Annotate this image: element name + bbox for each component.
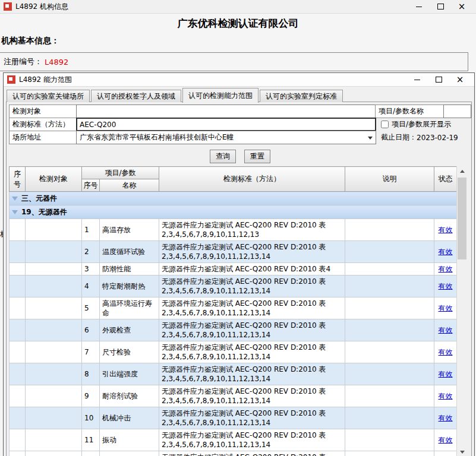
param-name-label: 项目/参数名称 — [375, 104, 444, 118]
row-param-seq: 11 — [82, 429, 100, 451]
collapse-triangle-icon[interactable] — [12, 197, 18, 201]
row-seq-empty — [10, 407, 26, 429]
row-param-name: 机械冲击 — [100, 407, 159, 429]
table-row: 2 温度循环试验 无源器件应力鉴定测试 AEC-Q200 REV D:2010 … — [10, 241, 457, 263]
standard-input[interactable] — [76, 118, 376, 131]
header-status: 状态 — [434, 167, 457, 192]
row-status-link[interactable]: 有效 — [439, 392, 453, 400]
row-object-empty — [26, 429, 82, 451]
row-status-cell: 有效 — [434, 341, 457, 363]
row-param-name: 温度循环试验 — [100, 241, 159, 263]
row-standard: 无源器件应力鉴定测试 AEC-Q200 REV D:2010 表 2,3,4,5… — [159, 407, 345, 429]
row-status-link[interactable]: 有效 — [439, 265, 453, 273]
row-param-seq: 2 — [82, 241, 100, 263]
minimize-icon — [416, 7, 422, 7]
tab-lab-criteria[interactable]: 认可的实验室判定标准 — [260, 90, 343, 102]
row-seq-empty — [10, 319, 26, 341]
query-button[interactable]: 查询 — [210, 150, 236, 163]
row-param-seq: 1 — [82, 219, 100, 241]
maximize-icon — [437, 4, 444, 10]
row-status-link[interactable]: 有效 — [439, 370, 453, 378]
tab-testing-capability[interactable]: 认可的检测能力范围 — [182, 88, 259, 103]
row-standard: 无源器件应力鉴定测试 AEC-Q200 REV D:2010 表 2,3,4,5… — [159, 276, 345, 297]
app-icon — [7, 75, 15, 84]
close-button[interactable]: × — [451, 0, 472, 13]
row-note — [345, 341, 434, 363]
row-param-seq: 9 — [82, 385, 100, 407]
row-note — [345, 429, 434, 451]
row-param-name: 特定耐潮耐热 — [100, 276, 159, 297]
row-standard: 无源器件应力鉴定测试 AEC-Q200 REV D:2010 表 2,3,4,5… — [159, 363, 345, 385]
tab-authorized-signatories[interactable]: 认可的授权签字人及领域 — [91, 90, 181, 102]
row-seq-empty — [10, 219, 26, 241]
row-status-cell: 有效 — [434, 297, 457, 319]
row-status-link[interactable]: 有效 — [439, 226, 453, 234]
vertical-scrollbar[interactable] — [456, 166, 466, 456]
capability-panel: 检测对象 项目/参数名称 检测标准（方法） 项目/参数展开显示 场所地址 广东省… — [6, 102, 472, 456]
group-row-passive-devices[interactable]: 19、无源器件 — [10, 205, 457, 219]
registration-row: 注册编号： L4892 — [0, 52, 468, 71]
row-param-name: 高温存放 — [100, 219, 159, 241]
maximize-button[interactable] — [428, 73, 449, 86]
row-standard: 无源器件应力鉴定测试 AEC-Q200 REV D:2010 表 2,3,4,5… — [159, 319, 345, 341]
company-title: 广东优科检测认证有限公司 — [0, 17, 476, 30]
reset-button[interactable]: 重置 — [244, 150, 270, 163]
expand-checkbox[interactable] — [381, 121, 389, 128]
table-row: 11 振动 无源器件应力鉴定测试 AEC-Q200 REV D:2010 表 2… — [10, 429, 457, 451]
header-param-name: 名称 — [100, 179, 159, 192]
close-icon: × — [458, 2, 466, 11]
scrollbar-thumb[interactable] — [458, 178, 466, 259]
minimize-button[interactable] — [408, 0, 430, 13]
app-icon — [4, 2, 12, 11]
table-row-partial: 无源器件应力鉴定测试 AEC-Q200 REV D:2010 表 2,3,4,5… — [10, 451, 457, 456]
minimize-button[interactable] — [406, 73, 428, 86]
registration-value: L4892 — [45, 58, 68, 66]
row-status-link[interactable]: 有效 — [439, 414, 453, 422]
header-note: 说明 — [345, 167, 434, 192]
row-standard: 无源器件应力鉴定测试 AEC-Q200 REV D:2010 表 2,3,4,5… — [159, 341, 345, 363]
registration-label: 注册编号： — [4, 56, 42, 67]
row-status-cell: 有效 — [434, 319, 457, 341]
param-name-input[interactable] — [443, 104, 471, 118]
collapse-triangle-icon[interactable] — [12, 210, 18, 214]
row-status-link[interactable]: 有效 — [439, 348, 453, 356]
row-object-empty — [26, 341, 82, 363]
institution-titlebar[interactable]: L4892 机构信息 × — [0, 0, 476, 14]
row-note — [345, 451, 434, 456]
address-select[interactable]: 广东省东莞市常平镇板石村南埔科技创新中心E幢 — [76, 131, 376, 144]
maximize-button[interactable] — [430, 0, 451, 13]
close-button[interactable]: × — [449, 73, 471, 86]
row-seq-empty — [10, 385, 26, 407]
row-status-link[interactable]: 有效 — [439, 304, 453, 312]
close-icon: × — [456, 75, 464, 84]
table-row: 6 外观检查 无源器件应力鉴定测试 AEC-Q200 REV D:2010 表 … — [10, 319, 457, 341]
header-param-group: 项目/参数 — [82, 167, 159, 179]
table-row: 8 引出端强度 无源器件应力鉴定测试 AEC-Q200 REV D:2010 表… — [10, 363, 457, 385]
table-row: 10 机械冲击 无源器件应力鉴定测试 AEC-Q200 REV D:2010 表… — [10, 407, 457, 429]
row-standard: 无源器件应力鉴定测试 AEC-Q200 REV D:2010 表 2,3,4,5… — [159, 297, 345, 319]
row-status-link[interactable]: 有效 — [439, 436, 453, 444]
institution-window-title: L4892 机构信息 — [15, 2, 68, 12]
address-label: 场所地址 — [9, 131, 77, 144]
tab-lab-key-locations[interactable]: 认可的实验室关键场所 — [7, 90, 90, 102]
row-param-name: 尺寸检验 — [100, 341, 159, 363]
row-param-seq: 5 — [82, 297, 100, 319]
table-row: 9 耐溶剂试验 无源器件应力鉴定测试 AEC-Q200 REV D:2010 表… — [10, 385, 457, 407]
window-controls: × — [408, 0, 472, 13]
row-status-cell: 有效 — [434, 263, 457, 276]
row-note — [345, 276, 434, 297]
capability-titlebar[interactable]: L4892 能力范围 × — [4, 73, 474, 87]
row-note — [345, 363, 434, 385]
row-object-empty — [26, 363, 82, 385]
object-input[interactable] — [76, 104, 376, 118]
group-row-components[interactable]: 三、元器件 — [10, 192, 457, 205]
row-note — [345, 241, 434, 263]
row-seq-empty — [10, 276, 26, 297]
section-label: 机构基本信息： — [1, 36, 59, 46]
row-status-link[interactable]: 有效 — [439, 282, 453, 290]
scroll-up-button[interactable] — [457, 166, 466, 176]
row-status-cell: 有效 — [434, 219, 457, 241]
row-status-link[interactable]: 有效 — [439, 326, 453, 334]
row-status-link[interactable]: 有效 — [439, 248, 453, 256]
scroll-down-button[interactable] — [457, 447, 466, 456]
